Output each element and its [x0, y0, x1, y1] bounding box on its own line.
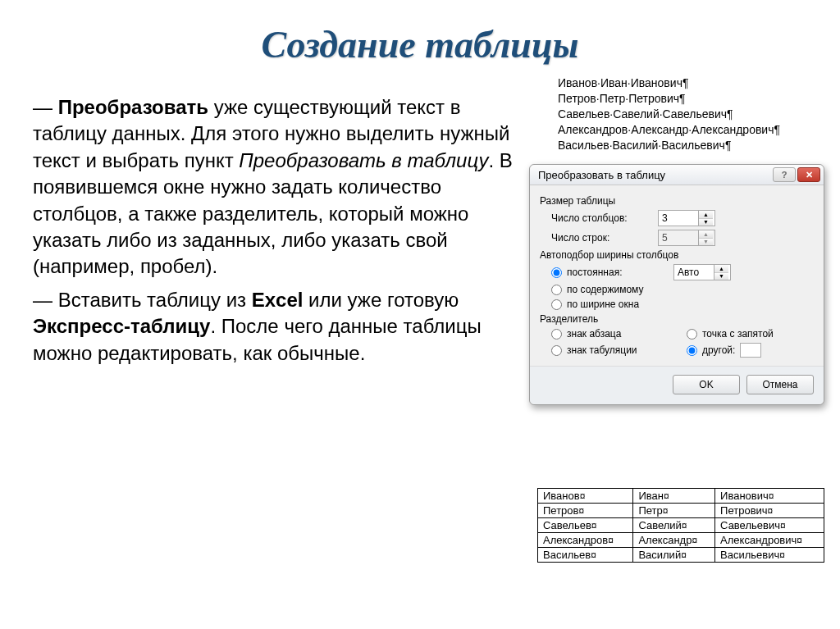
- table-row: ИвановИванИванович: [538, 489, 824, 504]
- table-cell: Васильев: [538, 548, 633, 563]
- table-cell: Савелий: [633, 518, 715, 533]
- dialog-titlebar: Преобразовать в таблицу ? ✕: [530, 165, 824, 185]
- spin-down-icon[interactable]: ▼: [714, 273, 728, 280]
- spin-down-icon[interactable]: ▼: [699, 219, 713, 226]
- paragraph-2: — Вставить таблицу из Excel или уже гото…: [33, 287, 517, 367]
- table-cell: Савельевич: [715, 518, 824, 533]
- rows-label: Число строк:: [551, 232, 658, 244]
- source-text-line: Савельев·Савелий·Савельевич: [558, 107, 780, 122]
- table-row: ПетровПетрПетрович: [538, 504, 824, 518]
- table-cell: Василий: [633, 548, 715, 563]
- fixed-width-input[interactable]: [674, 265, 714, 280]
- sep-semicolon-radio[interactable]: [687, 329, 697, 340]
- source-text-list: Иванов·Иван·ИвановичПетров·Петр·Петрович…: [558, 75, 780, 153]
- page-title: Создание таблицы: [0, 0, 840, 81]
- close-button[interactable]: ✕: [797, 167, 820, 182]
- table-cell: Иванов: [538, 489, 633, 504]
- description-text: — Преобразовать уже существующий текст в…: [33, 94, 517, 373]
- spin-up-icon[interactable]: ▲: [714, 265, 728, 273]
- table-cell: Александр: [633, 533, 715, 548]
- table-cell: Иван: [633, 489, 715, 504]
- sep-other-input[interactable]: [740, 343, 761, 358]
- separator-group-label: Разделитель: [540, 313, 814, 325]
- rows-input: [659, 230, 698, 245]
- spin-up-icon: ▲: [699, 230, 713, 239]
- fit-content-label: по содержимому: [567, 284, 673, 295]
- source-text-line: Васильев·Василий·Васильевич: [558, 138, 780, 153]
- autofit-group-label: Автоподбор ширины столбцов: [540, 249, 814, 261]
- sep-other-label: другой:: [702, 344, 735, 356]
- source-text-line: Александров·Александр·Александрович: [558, 122, 780, 138]
- table-row: СавельевСавелийСавельевич: [538, 518, 824, 533]
- dialog-title: Преобразовать в таблицу: [538, 169, 665, 181]
- table-cell: Александрович: [715, 533, 824, 548]
- table-cell: Иванович: [715, 489, 824, 504]
- sep-paragraph-label: знак абзаца: [567, 328, 621, 340]
- table-cell: Петров: [538, 504, 633, 518]
- fixed-width-label: постоянная:: [567, 267, 673, 278]
- columns-input[interactable]: [659, 211, 698, 226]
- columns-label: Число столбцов:: [551, 212, 658, 224]
- ok-button[interactable]: OK: [673, 375, 740, 394]
- sep-tab-radio[interactable]: [551, 345, 562, 356]
- rows-spinner: ▲▼: [658, 230, 715, 246]
- fixed-width-radio[interactable]: [551, 267, 562, 278]
- table-cell: Петр: [633, 504, 715, 518]
- table-cell: Савельев: [538, 518, 633, 533]
- help-button[interactable]: ?: [773, 167, 796, 182]
- size-group-label: Размер таблицы: [540, 195, 814, 207]
- table-cell: Петрович: [715, 504, 824, 518]
- table-cell: Александров: [538, 533, 633, 548]
- source-text-line: Петров·Петр·Петрович: [558, 91, 780, 107]
- table-row: ВасильевВасилийВасильевич: [538, 548, 824, 563]
- result-table: ИвановИванИвановичПетровПетрПетровичСаве…: [537, 488, 824, 563]
- fit-window-radio[interactable]: [551, 299, 562, 310]
- fixed-width-spinner[interactable]: ▲▼: [673, 264, 731, 280]
- spin-up-icon[interactable]: ▲: [699, 211, 713, 219]
- sep-tab-label: знак табуляции: [567, 344, 637, 356]
- sep-other-radio[interactable]: [687, 345, 697, 356]
- convert-to-table-dialog: Преобразовать в таблицу ? ✕ Размер табли…: [529, 164, 824, 405]
- paragraph-1: — Преобразовать уже существующий текст в…: [33, 94, 517, 280]
- source-text-line: Иванов·Иван·Иванович: [558, 75, 780, 91]
- fit-window-label: по ширине окна: [567, 299, 673, 310]
- cancel-button[interactable]: Отмена: [746, 375, 814, 394]
- table-row: АлександровАлександрАлександрович: [538, 533, 824, 548]
- fit-content-radio[interactable]: [551, 285, 562, 295]
- sep-paragraph-radio[interactable]: [551, 329, 562, 340]
- sep-semicolon-label: точка с запятой: [702, 328, 774, 340]
- table-cell: Васильевич: [715, 548, 824, 563]
- columns-spinner[interactable]: ▲▼: [658, 210, 715, 226]
- spin-down-icon: ▼: [699, 239, 713, 246]
